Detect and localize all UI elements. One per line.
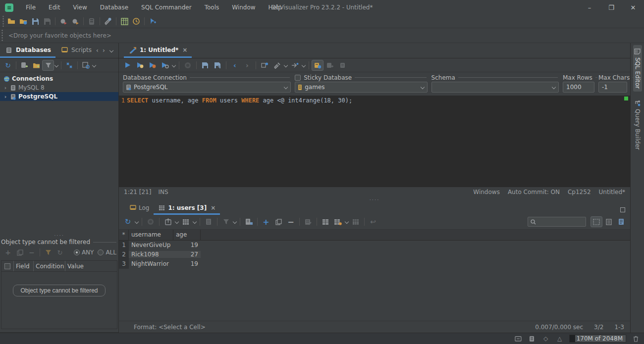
menu-view[interactable]: View	[66, 0, 93, 15]
results-splitter-handle[interactable]: ····	[119, 197, 630, 202]
collapse-all-icon[interactable]	[63, 60, 75, 71]
gem-icon[interactable]: ◇	[541, 334, 550, 343]
reload-chevron-icon[interactable]	[134, 219, 139, 224]
table-row[interactable]: 3 NightWarrior 19	[119, 259, 630, 269]
transpose-icon[interactable]	[350, 216, 362, 227]
menu-tools[interactable]: Tools	[198, 0, 226, 15]
cell-username[interactable]: Rick1098	[129, 251, 173, 258]
vtab-sql-editor[interactable]: SQL Editor	[633, 45, 642, 92]
export-chevron-icon[interactable]	[174, 219, 179, 224]
execute-current-icon[interactable]	[134, 60, 146, 71]
menu-sql-commander[interactable]: SQL Commander	[135, 0, 198, 15]
tab-sql-editor-untitled[interactable]: 1: Untitled* ×	[124, 46, 192, 58]
tab-scroll-left-icon[interactable]: ‹	[96, 47, 99, 54]
row-number[interactable]: 1	[119, 241, 129, 250]
filter-icon[interactable]	[42, 60, 54, 71]
expand-chevron-icon[interactable]: ›	[3, 94, 8, 100]
driver-manager-icon[interactable]	[147, 16, 159, 27]
commit-db-icon[interactable]	[86, 16, 98, 27]
sidebar-splitter-handle[interactable]: ····	[0, 234, 118, 238]
cell-age[interactable]: 19	[173, 242, 201, 248]
open-in-editor-icon[interactable]	[615, 216, 627, 227]
save-as-icon[interactable]	[212, 60, 223, 71]
radio-all[interactable]: ALL	[98, 249, 116, 256]
open-recent-folder-icon[interactable]	[17, 16, 29, 27]
table-search-chevron-icon[interactable]	[92, 63, 97, 68]
execute-buffer-icon[interactable]	[147, 60, 159, 71]
tab-list-chevron-icon[interactable]	[109, 48, 114, 53]
insert-row-icon[interactable]: +	[260, 216, 272, 227]
auto-resize-icon[interactable]	[332, 216, 344, 227]
grid-view-chevron-icon[interactable]	[192, 219, 197, 224]
row-number[interactable]: 3	[119, 259, 129, 269]
apply-filter-icon[interactable]	[42, 247, 54, 258]
object-filter-disabled-button[interactable]: Object type cannot be filtered	[13, 285, 105, 296]
warning-icon[interactable]: △	[555, 334, 564, 343]
show-text-icon[interactable]	[603, 216, 615, 227]
grid-corner-cell[interactable]: *	[119, 230, 129, 240]
auto-commit-icon[interactable]	[312, 60, 323, 71]
commit-icon[interactable]	[324, 60, 336, 71]
show-grid-icon[interactable]	[590, 216, 602, 227]
forward-icon[interactable]: ›	[241, 60, 253, 71]
encoding[interactable]: Cp1252	[568, 189, 591, 196]
favorites-drag-handle[interactable]	[1, 29, 3, 42]
table-row[interactable]: 2 Rick1098 27	[119, 250, 630, 259]
save-as-icon[interactable]	[41, 16, 53, 27]
tab-scripts[interactable]: Scripts	[55, 46, 96, 58]
database-log-icon[interactable]	[528, 334, 537, 343]
text-view-icon[interactable]	[203, 216, 215, 227]
tab-close-icon[interactable]: ×	[182, 47, 187, 53]
edit-row-icon[interactable]	[302, 216, 314, 227]
grid-col-username[interactable]: username	[129, 230, 173, 240]
continue-options-chevron-icon[interactable]	[301, 63, 306, 68]
formatting-chevron-icon[interactable]	[283, 63, 288, 68]
table-search-icon[interactable]	[80, 60, 92, 71]
back-icon[interactable]: ‹	[229, 60, 241, 71]
stop-icon[interactable]	[145, 216, 157, 227]
sql-history-icon[interactable]	[259, 60, 270, 71]
auto-commit-status[interactable]: Auto Commit: ON	[508, 189, 560, 196]
tool-properties-icon[interactable]	[102, 16, 114, 27]
line-ending[interactable]: Windows	[473, 189, 500, 196]
row-number[interactable]: 2	[119, 250, 129, 259]
monitor-icon[interactable]	[130, 16, 142, 27]
filter-col-condition[interactable]: Condition	[33, 261, 65, 271]
grid-search-input[interactable]	[528, 217, 586, 227]
grid-view-icon[interactable]	[180, 216, 192, 227]
add-filter-icon[interactable]: +	[2, 247, 14, 258]
duplicate-row-icon[interactable]	[272, 216, 284, 227]
toolbar-drag-handle[interactable]	[2, 16, 4, 27]
execute-icon[interactable]	[122, 60, 134, 71]
close-button[interactable]: ✕	[622, 0, 644, 15]
table-row[interactable]: 1 NeverGiveUp 19	[119, 241, 630, 250]
trash-icon[interactable]	[631, 334, 640, 343]
add-folder-icon[interactable]	[30, 60, 42, 71]
expand-chevron-icon[interactable]: ›	[3, 85, 8, 91]
filter-col-field[interactable]: Field	[13, 261, 33, 271]
sql-editor-textarea[interactable]: 1 SELECT username, age FROM users WHERE …	[119, 96, 630, 187]
delete-row-icon[interactable]: −	[285, 216, 297, 227]
column-setup-icon[interactable]	[243, 216, 255, 227]
disconnect-icon[interactable]	[69, 16, 81, 27]
connection-combobox[interactable]: PostgreSQL	[123, 82, 291, 93]
open-folder-icon[interactable]	[5, 16, 17, 27]
messages-icon[interactable]	[514, 334, 523, 343]
rollback-icon[interactable]	[336, 60, 348, 71]
cell-age[interactable]: 27	[173, 251, 201, 258]
copy-filter-icon[interactable]	[14, 247, 26, 258]
schema-combobox[interactable]	[431, 82, 559, 93]
execute-options-chevron-icon[interactable]	[171, 63, 176, 68]
menu-edit[interactable]: Edit	[42, 0, 66, 15]
tree-root-connections[interactable]: Connections	[0, 74, 118, 83]
cell-username[interactable]: NightWarrior	[129, 260, 173, 267]
continue-on-error-icon[interactable]	[289, 60, 301, 71]
save-icon[interactable]	[29, 16, 41, 27]
maximize-panel-icon[interactable]	[620, 207, 625, 212]
menu-database[interactable]: Database	[94, 0, 135, 15]
save-icon[interactable]	[199, 60, 211, 71]
max-chars-input[interactable]: -1	[598, 82, 627, 93]
refresh-icon[interactable]: ↻	[2, 60, 14, 71]
tab-close-icon[interactable]: ×	[211, 204, 215, 211]
reset-filter-icon[interactable]: ↻	[54, 247, 66, 258]
